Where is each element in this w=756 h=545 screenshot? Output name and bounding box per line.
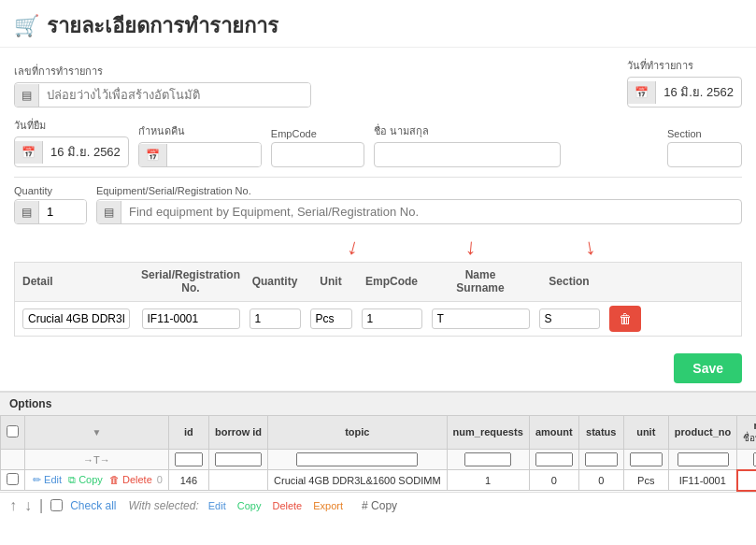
- row-unit: Pcs: [623, 470, 668, 491]
- arrow-2: ↓: [464, 234, 478, 261]
- name-input[interactable]: [374, 142, 561, 167]
- data-table-wrapper: ▼ id borrow id topic num_requests amount…: [0, 415, 756, 492]
- calendar-icon-1[interactable]: 📅: [628, 81, 656, 104]
- th-borrow-id[interactable]: borrow id: [208, 415, 267, 449]
- name-surname-input[interactable]: [432, 308, 530, 329]
- empcode-input[interactable]: [271, 142, 364, 167]
- filter-amount-cell: [529, 449, 578, 470]
- copy-hash-label: # Copy: [362, 499, 397, 512]
- page-title: 🛒 รายละเอียดการทำรายการ: [14, 9, 742, 42]
- unit-input[interactable]: [310, 308, 352, 329]
- equipment-label: Equipment/Serial/Registration No.: [96, 185, 742, 196]
- th-name-col[interactable]: nameชื่อพนักงาน: [737, 415, 756, 449]
- bottom-actions-bar: ↑ ↓ | Check all With selected: Edit Copy…: [0, 492, 756, 519]
- header: 🛒 รายละเอียดการทำรายการ: [0, 0, 756, 48]
- options-label: Options: [9, 397, 51, 410]
- filter-product-input[interactable]: [678, 452, 729, 466]
- pickup-date-label: วันที่ยืม: [14, 117, 129, 134]
- data-table-filter-row: →T→: [1, 449, 757, 470]
- th-section: Section: [536, 275, 602, 288]
- cart-icon: 🛒: [14, 14, 39, 38]
- th-name-line1: Name: [465, 268, 496, 281]
- return-date-wrapper: 📅: [138, 142, 262, 167]
- filter-topic-input[interactable]: [296, 452, 418, 466]
- th-checkbox: [1, 415, 25, 449]
- bulk-edit-button[interactable]: Edit: [207, 500, 228, 511]
- delete-row-button[interactable]: 🗑: [609, 306, 641, 332]
- calendar-icon-2[interactable]: 📅: [15, 141, 43, 164]
- row-checkbox[interactable]: [7, 473, 19, 485]
- detail-table-wrapper: Detail Serial/Registration No. Quantity …: [14, 262, 742, 337]
- th-num-requests[interactable]: num_requests: [447, 415, 529, 449]
- th-topic[interactable]: topic: [268, 415, 448, 449]
- row-id: 146: [168, 470, 208, 491]
- separator-icon: |: [39, 497, 43, 514]
- th-quantity: Quantity: [247, 275, 303, 288]
- row-edit-button[interactable]: ✏ Edit: [31, 474, 64, 486]
- th-amount[interactable]: amount: [529, 415, 578, 449]
- filter-unit-input[interactable]: [630, 452, 663, 466]
- transaction-date-input-wrapper: 📅 16 มิ.ย. 2562: [627, 77, 742, 108]
- filter-checkbox-cell: [1, 449, 25, 470]
- calendar-icon-3[interactable]: 📅: [139, 144, 167, 166]
- arrow-3: ↓: [581, 233, 597, 261]
- bulk-export-button[interactable]: Export: [311, 500, 345, 511]
- row-section-input[interactable]: [539, 308, 600, 329]
- transaction-number-input[interactable]: [39, 83, 310, 107]
- transaction-number-field: เลขที่การทำรายการ ▤: [14, 63, 311, 108]
- equipment-input[interactable]: [121, 200, 542, 223]
- section-label: Section: [667, 128, 742, 139]
- serial-input[interactable]: [142, 308, 240, 329]
- save-row: Save: [0, 346, 756, 391]
- section-input[interactable]: [667, 142, 742, 167]
- row-qty-input[interactable]: [250, 308, 301, 329]
- row-delete-button[interactable]: 🗑 Delete: [107, 474, 154, 485]
- detail-table-row: 🗑: [14, 301, 742, 337]
- filter-id-cell: [168, 449, 208, 470]
- row-name: T: [737, 470, 756, 491]
- select-all-checkbox[interactable]: [7, 425, 19, 437]
- filter-borrow-input[interactable]: [215, 452, 262, 466]
- th-product-no[interactable]: product_no: [668, 415, 737, 449]
- quantity-label: Quantity: [14, 185, 87, 196]
- barcode-icon: ▤: [15, 84, 39, 107]
- save-button[interactable]: Save: [674, 353, 742, 383]
- check-all-checkbox[interactable]: [50, 499, 63, 511]
- quantity-input[interactable]: [39, 200, 86, 223]
- filter-unit-cell: [623, 449, 668, 470]
- row-checkbox-cell: [1, 470, 25, 491]
- th-unit[interactable]: unit: [623, 415, 668, 449]
- filter-name-cell: [737, 449, 756, 470]
- transaction-date-field: วันที่ทำรายการ 📅 16 มิ.ย. 2562: [627, 57, 742, 108]
- th-empcode: EmpCode: [359, 275, 424, 288]
- filter-id-input[interactable]: [175, 452, 203, 466]
- filter-num-input[interactable]: [464, 452, 511, 466]
- filter-amount-input[interactable]: [535, 452, 573, 466]
- transaction-number-label: เลขที่การทำรายการ: [14, 63, 311, 79]
- form-row-3: Quantity ▤ Equipment/Serial/Registration…: [14, 185, 742, 224]
- filter-num-cell: [447, 449, 529, 470]
- return-date-label: กำหนดคืน: [138, 122, 262, 139]
- empcode-field: EmpCode: [271, 128, 364, 167]
- th-serial: Serial/Registration No.: [139, 268, 242, 294]
- td-serial: [139, 308, 242, 329]
- row-empcode-input[interactable]: [362, 308, 422, 329]
- td-unit: [307, 308, 354, 329]
- row-num-requests: 1: [447, 470, 529, 491]
- options-bar: Options: [0, 391, 756, 415]
- th-status[interactable]: status: [578, 415, 623, 449]
- return-date-input[interactable]: [167, 143, 261, 166]
- filter-status-input[interactable]: [585, 452, 618, 466]
- row-copy-button[interactable]: ⧉ Copy: [66, 474, 105, 486]
- th-id[interactable]: id: [168, 415, 208, 449]
- empcode-label: EmpCode: [271, 128, 364, 139]
- bulk-copy-button[interactable]: Copy: [235, 500, 264, 511]
- row-amount: 0: [529, 470, 578, 491]
- bulk-delete-button[interactable]: Delete: [270, 500, 304, 511]
- pickup-date-value: 16 มิ.ย. 2562: [43, 137, 128, 166]
- th-controls: ▼: [25, 415, 169, 449]
- detail-input[interactable]: [22, 308, 130, 329]
- check-all-label[interactable]: Check all: [70, 499, 116, 512]
- th-name-surname: Name Surname: [429, 268, 532, 295]
- filter-status-cell: [578, 449, 623, 470]
